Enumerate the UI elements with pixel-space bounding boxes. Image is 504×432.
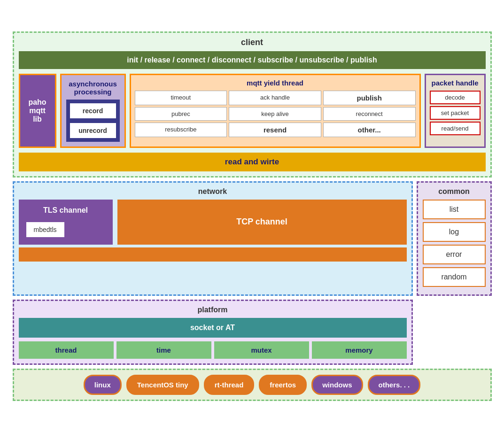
- yield-cell: pubrec: [135, 107, 227, 121]
- async-label: asynchronous processing: [66, 80, 120, 96]
- mqtt-yield-label: mqtt yield thread: [135, 79, 416, 87]
- packet-inner: decodeset packetread/send: [430, 91, 481, 135]
- main-wrapper: client init / release / connect / discon…: [8, 27, 496, 406]
- packet-handle-box: packet handle decodeset packetread/send: [425, 74, 486, 148]
- yield-cell: keep alive: [229, 107, 321, 121]
- common-label: common: [423, 187, 486, 196]
- network-label: network: [19, 187, 407, 196]
- record-btn: record: [69, 102, 117, 119]
- os-item: rt-thread: [204, 375, 255, 395]
- platform-cell: thread: [19, 341, 114, 359]
- yield-cell: other...: [323, 123, 416, 137]
- platform-section: platform socket or AT threadtimemutexmem…: [13, 300, 413, 365]
- os-row: linuxTencentOS tinyrt-threadfreertoswind…: [13, 369, 492, 401]
- platform-label: platform: [19, 306, 407, 314]
- os-item: TencentOS tiny: [126, 375, 199, 395]
- network-section: network TLS channel mbedtls TCP channel: [13, 181, 413, 296]
- packet-cell: set packet: [430, 106, 481, 120]
- os-item: windows: [311, 375, 363, 395]
- os-item: linux: [84, 375, 122, 395]
- common-placeholder: [417, 300, 492, 365]
- async-box: asynchronous processing record unrecord: [60, 74, 126, 148]
- network-inner: TLS channel mbedtls TCP channel: [19, 200, 407, 245]
- mqtt-yield-box: mqtt yield thread timeoutack handlepubli…: [130, 74, 421, 148]
- read-write-bar: read and wirte: [19, 153, 486, 171]
- platform-cell: time: [116, 341, 211, 359]
- common-item: random: [423, 267, 486, 287]
- async-inner: record unrecord: [66, 100, 120, 142]
- middle-row: network TLS channel mbedtls TCP channel …: [13, 181, 492, 296]
- common-items: listlogerrorrandom: [423, 200, 486, 290]
- unrecord-btn: unrecord: [69, 122, 117, 139]
- yield-cell: timeout: [135, 91, 227, 105]
- tcp-box: TCP channel: [117, 200, 407, 245]
- tcp-label: TCP channel: [236, 217, 287, 227]
- mbedtls-box: mbedtls: [25, 221, 65, 238]
- yield-grid: timeoutack handlepublishpubreckeep alive…: [135, 91, 416, 137]
- bottom-row: platform socket or AT threadtimemutexmem…: [13, 300, 492, 365]
- platform-cell: memory: [312, 341, 407, 359]
- common-item: list: [423, 200, 486, 219]
- packet-cell: read/send: [430, 122, 481, 135]
- os-item: freertos: [259, 375, 307, 395]
- packet-handle-label: packet handle: [430, 79, 481, 87]
- init-bar: init / release / connect / disconnect / …: [19, 51, 486, 69]
- yield-cell: publish: [323, 91, 416, 105]
- yield-cell: ack handle: [229, 91, 321, 105]
- paho-box: paho mqtt lib: [19, 74, 56, 148]
- client-inner-row: paho mqtt lib asynchronous processing re…: [19, 74, 486, 148]
- tls-box: TLS channel mbedtls: [19, 200, 113, 245]
- yield-cell: resubscribe: [135, 123, 227, 137]
- platform-cell: mutex: [214, 341, 309, 359]
- packet-cell: decode: [430, 91, 481, 104]
- common-item: log: [423, 222, 486, 242]
- yield-cell: reconnect: [323, 107, 416, 121]
- os-item: others. . .: [368, 375, 421, 395]
- platform-grid: threadtimemutexmemory: [19, 341, 407, 359]
- common-item: error: [423, 245, 486, 264]
- client-label: client: [19, 38, 486, 47]
- network-bottom-bar: [19, 247, 407, 262]
- common-section: common listlogerrorrandom: [417, 181, 492, 296]
- yield-cell: resend: [229, 123, 321, 137]
- socket-bar: socket or AT: [19, 318, 407, 338]
- client-section: client init / release / connect / discon…: [13, 31, 492, 177]
- paho-label: paho mqtt lib: [28, 98, 46, 123]
- tls-label: TLS channel: [43, 206, 88, 215]
